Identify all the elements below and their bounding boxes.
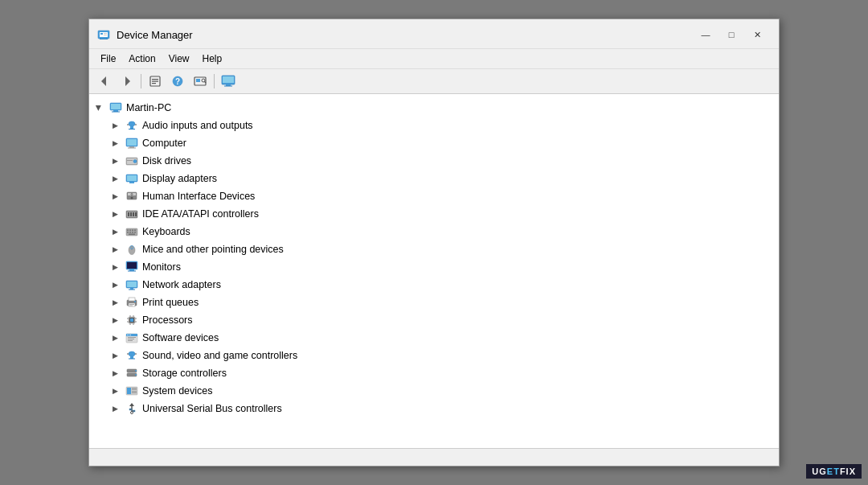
list-item[interactable]: ▶ Human Interface Devices xyxy=(89,187,779,205)
svg-rect-98 xyxy=(128,339,134,339)
svg-rect-33 xyxy=(127,139,137,146)
menu-item-view[interactable]: View xyxy=(162,51,196,67)
svg-rect-74 xyxy=(129,290,135,290)
item-label: System devices xyxy=(142,385,213,397)
item-label: Disk drives xyxy=(142,155,191,166)
item-label: Processors xyxy=(142,314,193,326)
svg-rect-72 xyxy=(127,282,137,287)
svg-rect-16 xyxy=(196,79,200,82)
svg-rect-6 xyxy=(104,35,107,35)
forward-button[interactable] xyxy=(117,72,137,91)
list-item[interactable]: ▶ Network adapters xyxy=(89,276,779,294)
separator-2 xyxy=(214,74,215,88)
print-icon xyxy=(125,295,139,310)
item-chevron: ▶ xyxy=(108,243,121,256)
computer-root-icon xyxy=(108,101,123,115)
list-item[interactable]: ▶ Keyboards xyxy=(89,223,779,240)
menu-item-action[interactable]: Action xyxy=(122,51,162,67)
list-item[interactable]: ▶ Print queues xyxy=(89,294,779,311)
svg-rect-11 xyxy=(152,81,158,82)
svg-point-80 xyxy=(134,301,136,302)
svg-point-108 xyxy=(135,374,137,376)
item-label: Computer xyxy=(142,138,186,149)
status-bar xyxy=(89,448,779,466)
title-bar: Device Manager — □ ✕ xyxy=(89,19,779,49)
list-item[interactable]: ▶ Audio inputs and outputs xyxy=(89,117,779,134)
svg-rect-70 xyxy=(128,271,136,272)
svg-rect-50 xyxy=(128,212,129,216)
list-item[interactable]: ▶ Process xyxy=(89,311,779,329)
svg-rect-97 xyxy=(128,337,136,338)
ide-icon xyxy=(125,207,139,221)
minimize-button[interactable]: — xyxy=(694,26,718,43)
svg-rect-26 xyxy=(112,112,120,113)
item-chevron: ▶ xyxy=(108,208,121,220)
content-area[interactable]: ▶ Martin-PC ▶ xyxy=(89,94,779,448)
svg-rect-58 xyxy=(134,230,136,232)
processor-icon xyxy=(125,313,139,327)
svg-rect-110 xyxy=(127,388,131,394)
svg-rect-59 xyxy=(127,232,129,233)
svg-rect-79 xyxy=(129,306,133,306)
sound-icon xyxy=(125,348,139,363)
item-chevron: ▶ xyxy=(108,296,121,309)
svg-point-38 xyxy=(133,160,137,163)
svg-text:?: ? xyxy=(175,77,180,86)
window-controls: — □ ✕ xyxy=(694,26,769,43)
list-item[interactable]: ▶ Software devices xyxy=(89,329,779,347)
list-item[interactable]: ▶ Monitors xyxy=(89,258,779,276)
list-item[interactable]: ▶ Universal Serial Bus controllers xyxy=(89,400,779,417)
watermark: UGETFIX xyxy=(806,464,862,479)
list-item[interactable]: ▶ IDE ATA/ATAPI controllers xyxy=(89,205,779,223)
item-chevron: ▶ xyxy=(108,261,121,273)
svg-rect-27 xyxy=(129,121,135,126)
disk-icon xyxy=(125,154,139,168)
svg-rect-52 xyxy=(133,212,134,216)
svg-rect-41 xyxy=(127,175,137,181)
device-tree: ▶ Martin-PC ▶ xyxy=(89,97,779,419)
tree-root-item[interactable]: ▶ Martin-PC xyxy=(89,99,779,117)
window-title: Device Manager xyxy=(117,29,694,41)
list-item[interactable]: ▶ Mice and other pointing devices xyxy=(89,240,779,258)
item-chevron: ▶ xyxy=(108,331,121,344)
item-label: Keyboards xyxy=(142,226,190,237)
svg-rect-96 xyxy=(130,335,131,335)
list-item[interactable]: ▶ Sound, video and game controllers xyxy=(89,347,779,364)
svg-rect-62 xyxy=(134,232,136,233)
mouse-icon xyxy=(125,242,139,257)
help-button[interactable]: ? xyxy=(167,72,188,91)
svg-point-106 xyxy=(135,370,137,372)
list-item[interactable]: ▶ Computer xyxy=(89,134,779,152)
item-chevron: ▶ xyxy=(108,278,121,291)
close-button[interactable]: ✕ xyxy=(745,26,769,43)
item-label: Print queues xyxy=(142,297,199,308)
svg-rect-28 xyxy=(130,126,133,129)
item-label: Mice and other pointing devices xyxy=(142,244,284,255)
software-icon xyxy=(125,331,139,345)
svg-rect-83 xyxy=(130,319,133,322)
item-chevron: ▶ xyxy=(108,314,121,327)
menu-item-help[interactable]: Help xyxy=(196,51,229,67)
list-item[interactable]: ▶ Display adapters xyxy=(89,170,779,187)
svg-rect-46 xyxy=(130,194,133,195)
list-item[interactable]: ▶ Disk drives xyxy=(89,152,779,170)
item-label: Human Interface Devices xyxy=(142,191,255,202)
list-item[interactable]: ▶ Storage controllers xyxy=(89,364,779,382)
svg-point-17 xyxy=(202,79,205,82)
item-label: Storage controllers xyxy=(142,368,227,379)
svg-rect-20 xyxy=(223,76,234,83)
display-button[interactable] xyxy=(218,72,239,91)
back-button[interactable] xyxy=(94,72,115,91)
app-icon xyxy=(97,28,110,41)
item-chevron: ▶ xyxy=(108,367,121,380)
svg-point-119 xyxy=(131,412,133,414)
svg-rect-76 xyxy=(129,298,135,301)
properties-button[interactable] xyxy=(145,72,166,91)
menu-item-file[interactable]: File xyxy=(94,51,122,67)
maximize-button[interactable]: □ xyxy=(719,26,743,43)
svg-rect-3 xyxy=(100,39,108,39)
list-item[interactable]: ▶ System devices xyxy=(89,382,779,400)
network-icon xyxy=(125,277,139,292)
svg-point-47 xyxy=(131,197,133,199)
scan-button[interactable] xyxy=(190,72,211,91)
